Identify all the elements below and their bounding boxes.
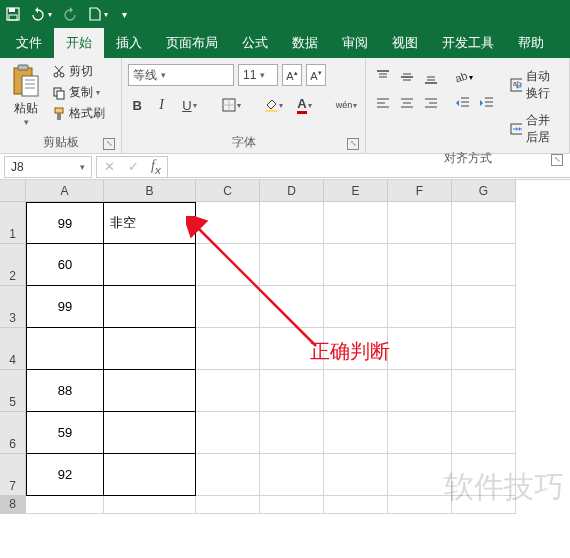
- cell-F3[interactable]: [388, 286, 452, 328]
- font-launcher[interactable]: ⤡: [347, 138, 359, 150]
- cell-B1[interactable]: 非空: [104, 202, 196, 244]
- phonetic-button[interactable]: wén▾: [334, 94, 359, 116]
- tab-4[interactable]: 公式: [230, 28, 280, 58]
- cell-C7[interactable]: [196, 454, 260, 496]
- cell-B5[interactable]: [104, 370, 196, 412]
- clipboard-launcher[interactable]: ⤡: [103, 138, 115, 150]
- cell-A7[interactable]: 92: [26, 454, 104, 496]
- cell-B4[interactable]: [104, 328, 196, 370]
- font-name-combo[interactable]: 等线▾: [128, 64, 234, 86]
- cell-A4[interactable]: [26, 328, 104, 370]
- save-button[interactable]: [6, 7, 20, 21]
- cell-F7[interactable]: [388, 454, 452, 496]
- row-header-5[interactable]: 5: [0, 370, 26, 412]
- wrap-text-button[interactable]: ab 自动换行: [508, 66, 563, 104]
- cell-B3[interactable]: [104, 286, 196, 328]
- row-header-7[interactable]: 7: [0, 454, 26, 496]
- row-header-4[interactable]: 4: [0, 328, 26, 370]
- name-box[interactable]: J8▾: [4, 156, 92, 178]
- cell-C3[interactable]: [196, 286, 260, 328]
- redo-button[interactable]: [62, 7, 78, 21]
- cell-D2[interactable]: [260, 244, 324, 286]
- confirm-formula-button[interactable]: ✓: [121, 159, 145, 174]
- increase-indent-button[interactable]: [476, 92, 498, 114]
- cell-E1[interactable]: [324, 202, 388, 244]
- cell-D3[interactable]: [260, 286, 324, 328]
- spreadsheet-grid[interactable]: ABCDEFG 199非空26039945886597928 正确判断 软件技巧: [0, 180, 570, 514]
- new-button[interactable]: ▾: [88, 7, 108, 21]
- col-header-E[interactable]: E: [324, 180, 388, 202]
- col-header-B[interactable]: B: [104, 180, 196, 202]
- row-header-6[interactable]: 6: [0, 412, 26, 454]
- cell-E3[interactable]: [324, 286, 388, 328]
- cancel-formula-button[interactable]: ✕: [97, 159, 121, 174]
- cell-G5[interactable]: [452, 370, 516, 412]
- cell-C1[interactable]: [196, 202, 260, 244]
- align-left-button[interactable]: [372, 92, 394, 114]
- fx-icon[interactable]: fx: [145, 158, 167, 176]
- cell-C4[interactable]: [196, 328, 260, 370]
- cut-button[interactable]: 剪切: [50, 62, 107, 81]
- cell-D1[interactable]: [260, 202, 324, 244]
- row-header-8[interactable]: 8: [0, 496, 26, 514]
- tab-2[interactable]: 插入: [104, 28, 154, 58]
- cell-F1[interactable]: [388, 202, 452, 244]
- orientation-button[interactable]: ab▾: [452, 66, 474, 88]
- cell-A1[interactable]: 99: [26, 202, 104, 244]
- cell-E8[interactable]: [324, 496, 388, 514]
- cell-F5[interactable]: [388, 370, 452, 412]
- bold-button[interactable]: B: [128, 94, 146, 116]
- align-bottom-button[interactable]: [420, 66, 442, 88]
- col-header-F[interactable]: F: [388, 180, 452, 202]
- cell-G6[interactable]: [452, 412, 516, 454]
- cell-A8[interactable]: [26, 496, 104, 514]
- cell-E5[interactable]: [324, 370, 388, 412]
- font-size-combo[interactable]: 11▾: [238, 64, 278, 86]
- cell-G3[interactable]: [452, 286, 516, 328]
- copy-button[interactable]: 复制 ▾: [50, 83, 107, 102]
- col-header-A[interactable]: A: [26, 180, 104, 202]
- cell-E7[interactable]: [324, 454, 388, 496]
- cell-C8[interactable]: [196, 496, 260, 514]
- tab-9[interactable]: 帮助: [506, 28, 556, 58]
- increase-font-button[interactable]: A▴: [282, 64, 302, 86]
- align-center-button[interactable]: [396, 92, 418, 114]
- row-header-3[interactable]: 3: [0, 286, 26, 328]
- cell-F2[interactable]: [388, 244, 452, 286]
- cell-C5[interactable]: [196, 370, 260, 412]
- cell-F8[interactable]: [388, 496, 452, 514]
- col-header-G[interactable]: G: [452, 180, 516, 202]
- format-painter-button[interactable]: 格式刷: [50, 104, 107, 123]
- tab-6[interactable]: 审阅: [330, 28, 380, 58]
- cell-B8[interactable]: [104, 496, 196, 514]
- customize-qat[interactable]: ▾: [122, 9, 127, 20]
- cell-A6[interactable]: 59: [26, 412, 104, 454]
- cell-B6[interactable]: [104, 412, 196, 454]
- align-top-button[interactable]: [372, 66, 394, 88]
- fill-color-button[interactable]: ▾: [261, 94, 286, 116]
- align-right-button[interactable]: [420, 92, 442, 114]
- cell-F4[interactable]: [388, 328, 452, 370]
- cell-B7[interactable]: [104, 454, 196, 496]
- cell-F6[interactable]: [388, 412, 452, 454]
- cell-D8[interactable]: [260, 496, 324, 514]
- select-all-corner[interactable]: [0, 180, 26, 202]
- tab-3[interactable]: 页面布局: [154, 28, 230, 58]
- cell-G4[interactable]: [452, 328, 516, 370]
- cell-E2[interactable]: [324, 244, 388, 286]
- alignment-launcher[interactable]: ⤡: [551, 154, 563, 166]
- tab-5[interactable]: 数据: [280, 28, 330, 58]
- cell-C2[interactable]: [196, 244, 260, 286]
- cell-G1[interactable]: [452, 202, 516, 244]
- col-header-C[interactable]: C: [196, 180, 260, 202]
- cell-C6[interactable]: [196, 412, 260, 454]
- font-color-button[interactable]: A▾: [292, 94, 317, 116]
- cell-E6[interactable]: [324, 412, 388, 454]
- cell-G2[interactable]: [452, 244, 516, 286]
- tab-0[interactable]: 文件: [4, 28, 54, 58]
- cell-A2[interactable]: 60: [26, 244, 104, 286]
- paste-button[interactable]: 粘贴 ▾: [6, 60, 46, 132]
- cell-D7[interactable]: [260, 454, 324, 496]
- border-button[interactable]: ▾: [219, 94, 244, 116]
- decrease-indent-button[interactable]: [452, 92, 474, 114]
